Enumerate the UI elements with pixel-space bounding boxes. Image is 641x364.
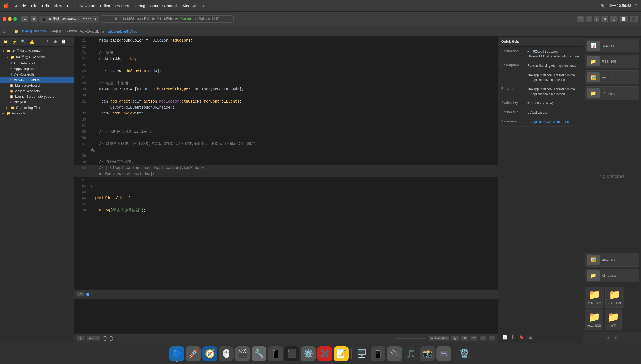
dock-trash[interactable]: 🗑️ xyxy=(457,346,472,361)
menu-edit[interactable]: Edit xyxy=(42,3,49,8)
vcs-icon[interactable]: ⚡ xyxy=(11,39,18,45)
right-file-xlsx1[interactable]: 📊 ios1....xlsx xyxy=(585,39,639,52)
dock-launchpad[interactable]: 🚀 xyxy=(186,346,201,361)
tree-group-main[interactable]: ▼ 📁 04-手动 UIWindow xyxy=(0,54,74,60)
jump-btn[interactable]: ⤴ xyxy=(489,336,495,341)
breadcrumb-part2[interactable]: 04-手动 UIWindow xyxy=(50,29,77,34)
qh-code-icon[interactable]: {} xyxy=(511,334,516,341)
dock-settings[interactable]: ⚙️ xyxy=(301,346,316,361)
menu-source-control[interactable]: Source Control xyxy=(150,3,177,8)
layout-toggle2[interactable]: ⊟ xyxy=(470,336,477,341)
dock-app2[interactable]: 📱 xyxy=(371,346,385,361)
qh-grid-icon[interactable]: ⊞ xyxy=(528,334,533,341)
menu-search-icon[interactable]: 🔍 xyxy=(601,4,605,8)
breadcrumb-part1[interactable]: 04-手动 UIWindow xyxy=(21,29,47,34)
breadcrumb-nav-fwd[interactable]: › xyxy=(11,30,12,33)
tree-file-appdelegate-m[interactable]: M AppDelegate.m xyxy=(0,66,74,72)
run-button[interactable]: ▶ xyxy=(21,16,28,22)
dock-safari[interactable]: 🧭 xyxy=(202,346,217,361)
git-icon[interactable]: ⋮ xyxy=(45,39,51,45)
menu-navigate[interactable]: Navigate xyxy=(80,3,95,8)
dock-notes[interactable]: 📝 xyxy=(334,346,349,361)
dock-app-blank[interactable]: 📱 xyxy=(268,346,283,361)
bottom-folder-desktop[interactable]: 📁 桌面 xyxy=(605,309,622,330)
menu-list-icon[interactable]: ☰ xyxy=(634,4,638,8)
tree-folder-supporting[interactable]: ▶ 📁 Supporting Files xyxy=(0,105,74,110)
right-file-snip2[interactable]: 🖼️ snip....png xyxy=(585,253,639,267)
bottom-folder-zjl[interactable]: 📁 ZJL....etail xyxy=(605,287,624,308)
maximize-button[interactable] xyxy=(13,17,17,21)
dock-monitor[interactable]: 🖥️ xyxy=(354,346,369,361)
menu-view[interactable]: View xyxy=(54,3,62,8)
tree-file-assets[interactable]: 🎨 Assets.xcassets xyxy=(0,88,74,94)
breadcrumb-part3[interactable]: ViewController.m xyxy=(80,30,104,33)
layout-toggle1[interactable]: ⊞ xyxy=(461,336,468,341)
breakpoint-icon[interactable]: ⬟ xyxy=(52,39,58,45)
tree-file-main-storyboard[interactable]: 📋 Main.storyboard xyxy=(0,83,74,88)
right-panel-up-icon[interactable]: ▲ xyxy=(606,335,611,340)
output-filter[interactable]: All Output ◇ xyxy=(429,336,449,341)
menu-window[interactable]: Window xyxy=(181,3,195,8)
menu-file[interactable]: File xyxy=(31,3,37,8)
qh-file-icon[interactable]: 📄 xyxy=(501,334,509,341)
navigator-toggle[interactable]: ☰ xyxy=(577,16,585,22)
right-folder-ksi[interactable]: 📁 KSI....aster xyxy=(585,269,639,282)
menu-editor[interactable]: Editor xyxy=(100,3,110,8)
right-folder-13[interactable]: 📁 第13...业班 xyxy=(585,55,639,68)
dock-mouse[interactable]: 🖱️ xyxy=(219,346,234,361)
right-folder-07[interactable]: 📁 07-...(优化 xyxy=(585,86,639,100)
warning-icon[interactable]: ⚠️ xyxy=(28,39,36,45)
breadcrumb-nav-back[interactable]: ‹ xyxy=(8,30,10,33)
expand-toggle[interactable]: ⤢ xyxy=(480,336,487,341)
dock-game[interactable]: 🎮 xyxy=(436,346,451,361)
dock-movie[interactable]: 🎬 xyxy=(235,346,250,361)
grid-icon[interactable]: ⊞ xyxy=(37,39,43,45)
menu-debug[interactable]: Debug xyxy=(134,3,145,8)
folder-icon[interactable]: 📁 xyxy=(2,39,9,45)
dock-tools[interactable]: 🔧 xyxy=(252,346,266,361)
stop-button[interactable]: ■ xyxy=(30,16,37,22)
tree-file-info-plist[interactable]: P Info.plist xyxy=(0,99,74,105)
layout-btn2[interactable]: ◫ xyxy=(610,16,618,22)
back-button[interactable]: ‹ xyxy=(586,16,592,22)
report-icon[interactable]: 📋 xyxy=(60,39,67,45)
dock-xmind[interactable]: ✖️ xyxy=(317,346,332,361)
search-filter-input[interactable] xyxy=(395,338,427,339)
dock-app3[interactable]: 🔌 xyxy=(387,346,402,361)
dock-finder[interactable]: 🔵 xyxy=(169,346,184,361)
tree-file-launch-storyboard[interactable]: 📋 LaunchScreen.storyboard xyxy=(0,94,74,99)
dock-photo[interactable]: 📸 xyxy=(420,346,435,361)
layout-btn3[interactable]: ⬜ xyxy=(619,16,628,22)
layout-btn4[interactable]: ⬛ xyxy=(630,16,638,22)
minimize-button[interactable] xyxy=(8,17,12,21)
right-file-snip1[interactable]: 🖼️ snip....png xyxy=(585,70,639,84)
qh-bookmark-icon[interactable]: 🔖 xyxy=(518,334,525,341)
scheme-selector[interactable]: 📱 04-手动 UIWindow › iPhone 6s xyxy=(39,15,99,23)
menu-help[interactable]: Help xyxy=(200,3,209,8)
search-icon[interactable]: 🔍 xyxy=(20,39,27,45)
code-editor[interactable]: 21 redW.backgroundColor = [UIColor redCo… xyxy=(74,37,498,289)
tree-file-viewcontroller-h[interactable]: H ViewController.h xyxy=(0,72,74,77)
breadcrumb-part4[interactable]: -addWindowBtnClick: xyxy=(107,30,137,33)
apple-menu[interactable]: 🍎 xyxy=(3,3,9,9)
tree-file-viewcontroller-m[interactable]: M ViewController.m xyxy=(0,77,74,83)
dock-terminal[interactable]: ⬛ xyxy=(284,346,299,361)
menu-find[interactable]: Find xyxy=(67,3,75,8)
qh-reference-value[interactable]: UIApplication Class Reference xyxy=(527,119,570,124)
menu-xcode[interactable]: Xcode xyxy=(15,3,26,8)
bottom-folder-ios[interactable]: 📁 ios1...试题 xyxy=(585,309,603,330)
auto-selector[interactable]: Auto ◇ xyxy=(87,336,100,341)
forward-button[interactable]: › xyxy=(594,16,599,22)
menu-product[interactable]: Product xyxy=(115,3,129,8)
tree-file-appdelegate-h[interactable]: H AppDelegate.h xyxy=(0,60,74,66)
right-panel-down-icon[interactable]: ▼ xyxy=(614,335,618,340)
bottom-folder-cmd[interactable]: 📁 命令...件夹 xyxy=(585,287,604,308)
clear-btn2[interactable]: 🗑 xyxy=(451,336,459,341)
tree-folder-products[interactable]: ▶ 📁 Products xyxy=(0,110,74,116)
clear-console[interactable]: 🗑 xyxy=(77,336,85,341)
dock-music[interactable]: 🎵 xyxy=(403,346,418,361)
layout-btn1[interactable]: ⊞ xyxy=(601,16,608,22)
close-button[interactable] xyxy=(3,17,6,21)
tree-root[interactable]: ▼ 📁 04-手动 UIWindow xyxy=(0,48,74,54)
console-toggle[interactable]: ⊟ xyxy=(77,292,84,297)
